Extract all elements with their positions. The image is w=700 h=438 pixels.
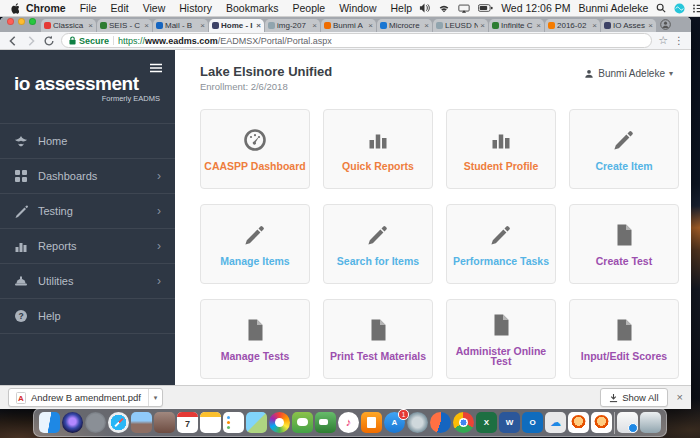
dock-icon[interactable] xyxy=(292,412,313,433)
dock-icon[interactable]: ♪ xyxy=(338,412,359,433)
back-button[interactable] xyxy=(7,35,19,47)
menu-item[interactable]: Chrome xyxy=(19,2,73,14)
dock-icon[interactable] xyxy=(108,412,129,433)
dock-icon[interactable] xyxy=(269,412,290,433)
tab-close-icon[interactable]: × xyxy=(648,22,653,30)
browser-tab[interactable]: IO Asses× xyxy=(601,19,656,32)
portal-card[interactable]: Manage Tests xyxy=(200,299,310,379)
sidebar-item[interactable]: ? Help xyxy=(0,299,175,334)
bookmark-star-icon[interactable]: ☆ xyxy=(658,35,668,46)
tab-close-icon[interactable]: × xyxy=(88,22,93,30)
dock-icon[interactable]: W xyxy=(499,412,520,433)
downloaded-file[interactable]: A Andrew B amendment.pdf xyxy=(9,389,148,406)
tab-close-icon[interactable]: × xyxy=(424,22,429,30)
forward-button[interactable] xyxy=(25,35,37,47)
browser-tab[interactable]: img-207× xyxy=(265,19,320,32)
tab-close-icon[interactable]: × xyxy=(256,22,261,30)
browser-tab[interactable]: Microcre× xyxy=(377,19,432,32)
menu-item[interactable]: History xyxy=(172,2,219,14)
secure-indicator[interactable]: Secure xyxy=(69,36,109,46)
portal-card[interactable]: Manage Items xyxy=(200,204,310,284)
browser-tab[interactable]: Infinite C× xyxy=(489,19,544,32)
browser-tab[interactable]: Classica× xyxy=(41,19,96,32)
tab-close-icon[interactable]: × xyxy=(312,22,317,30)
dock-icon[interactable]: ☁ xyxy=(545,412,566,433)
portal-card[interactable]: Create Test xyxy=(569,204,679,284)
browser-tab[interactable]: Home - I× xyxy=(209,19,264,32)
reload-button[interactable] xyxy=(43,35,55,47)
sidebar-item[interactable]: ? Home xyxy=(0,124,175,159)
downloaded-file-button[interactable]: A Andrew B amendment.pdf ▾ xyxy=(8,388,163,407)
siri-icon[interactable] xyxy=(674,3,685,14)
tab-close-icon[interactable]: × xyxy=(200,22,205,30)
dock-icon[interactable] xyxy=(154,412,175,433)
tab-close-icon[interactable]: × xyxy=(480,22,485,30)
spotlight-search-icon[interactable] xyxy=(656,3,666,13)
dock-icon[interactable] xyxy=(85,412,106,433)
sidebar-item[interactable]: ? Reports › xyxy=(0,229,175,264)
menu-user-name[interactable]: Bunmi Adeleke xyxy=(578,2,648,14)
dock-icon[interactable]: 1A xyxy=(384,412,405,433)
show-all-downloads-button[interactable]: Show All xyxy=(600,388,667,407)
browser-menu-icon[interactable]: ⋮ xyxy=(674,36,684,46)
portal-card[interactable]: Print Test Materials xyxy=(323,299,433,379)
browser-profile-icon[interactable] xyxy=(660,19,671,30)
window-minimize-button[interactable] xyxy=(18,18,25,25)
dock-icon[interactable] xyxy=(617,412,638,433)
dock-icon[interactable] xyxy=(591,412,612,433)
menu-item[interactable]: People xyxy=(285,2,332,14)
window-close-button[interactable] xyxy=(7,18,14,25)
sidebar-hamburger-icon[interactable] xyxy=(149,59,163,77)
dock-icon[interactable]: 7 xyxy=(177,412,198,433)
dock-icon[interactable] xyxy=(453,412,474,433)
portal-card[interactable]: Quick Reports xyxy=(323,109,433,189)
dock-icon[interactable]: X xyxy=(476,412,497,433)
download-bar-close-icon[interactable]: × xyxy=(677,392,683,403)
volume-icon[interactable] xyxy=(419,3,430,13)
menu-item[interactable]: Help xyxy=(384,2,420,14)
tab-close-icon[interactable]: × xyxy=(536,22,541,30)
apple-menu-icon[interactable] xyxy=(8,2,19,14)
notification-center-icon[interactable] xyxy=(693,4,700,13)
wifi-icon[interactable] xyxy=(438,4,450,13)
portal-card[interactable]: Create Item xyxy=(569,109,679,189)
portal-card[interactable]: Search for Items xyxy=(323,204,433,284)
dock-icon[interactable] xyxy=(614,412,615,434)
menu-item[interactable]: Bookmarks xyxy=(219,2,286,14)
sidebar-item[interactable]: ? Utilities › xyxy=(0,264,175,299)
dock-icon[interactable] xyxy=(430,412,451,433)
menu-item[interactable]: View xyxy=(136,2,173,14)
dock-icon[interactable]: O xyxy=(522,412,543,433)
sidebar-item[interactable]: ? Testing › xyxy=(0,194,175,229)
portal-card[interactable]: CAASPP Dashboard xyxy=(200,109,310,189)
browser-tab[interactable]: Bunmi A× xyxy=(321,19,376,32)
battery-icon[interactable] xyxy=(478,4,493,12)
browser-tab[interactable]: SEIS - C× xyxy=(97,19,152,32)
dock-icon[interactable] xyxy=(568,412,589,433)
dock-icon[interactable] xyxy=(407,412,428,433)
menu-clock[interactable]: Wed 12:06 PM xyxy=(501,2,570,14)
sidebar-item[interactable]: ? Dashboards › xyxy=(0,159,175,194)
user-menu[interactable]: Bunmi Adeleke ▾ xyxy=(584,68,673,79)
menu-item[interactable]: Edit xyxy=(104,2,136,14)
dock-icon[interactable] xyxy=(246,412,267,433)
dock-icon[interactable] xyxy=(200,412,221,433)
dock-icon[interactable] xyxy=(39,412,60,433)
browser-tab[interactable]: 2016-02× xyxy=(545,19,600,32)
tab-close-icon[interactable]: × xyxy=(144,22,149,30)
dock-icon[interactable] xyxy=(131,412,152,433)
download-options-caret[interactable]: ▾ xyxy=(148,389,163,406)
portal-card[interactable]: Performance Tasks xyxy=(446,204,556,284)
browser-tab[interactable]: Mail - B× xyxy=(153,19,208,32)
dock-icon[interactable] xyxy=(62,412,83,433)
portal-card[interactable]: Administer Online Test xyxy=(446,299,556,379)
portal-card[interactable]: Student Profile xyxy=(446,109,556,189)
portal-card[interactable]: Input/Edit Scores xyxy=(569,299,679,379)
browser-tab[interactable]: LEUSD N× xyxy=(433,19,488,32)
dock-icon[interactable] xyxy=(315,412,336,433)
menu-item[interactable]: File xyxy=(73,2,104,14)
dock-icon[interactable] xyxy=(361,412,382,433)
window-zoom-button[interactable] xyxy=(29,18,36,25)
display-mirroring-icon[interactable] xyxy=(458,4,470,13)
menu-item[interactable]: Window xyxy=(332,2,383,14)
